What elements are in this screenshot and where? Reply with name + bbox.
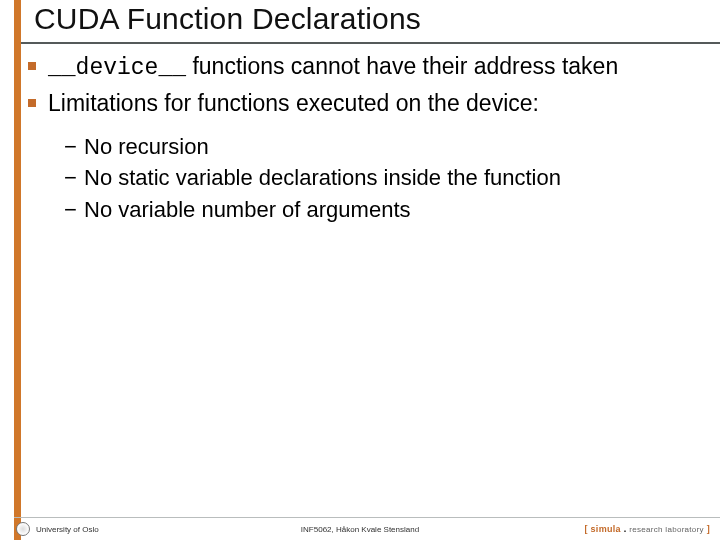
bullet-text: functions cannot have their address take… xyxy=(186,53,618,79)
sub-bullet-text: No variable number of arguments xyxy=(84,197,411,222)
slide-title: CUDA Function Declarations xyxy=(34,2,720,36)
sub-bullet-text: No static variable declarations inside t… xyxy=(84,165,561,190)
bullet-list: __device__ functions cannot have their a… xyxy=(24,52,690,118)
bullet-item: __device__ functions cannot have their a… xyxy=(24,52,690,83)
sub-bullet-list: No recursion No static variable declarat… xyxy=(24,132,690,225)
code-literal: __device__ xyxy=(48,55,186,81)
brand-separator: . xyxy=(621,524,629,534)
bracket-close: ] xyxy=(704,524,710,534)
slide-body: __device__ functions cannot have their a… xyxy=(0,44,720,225)
bullet-item: Limitations for functions executed on th… xyxy=(24,89,690,118)
sub-bullet-item: No recursion xyxy=(64,132,690,162)
footer-right-brand: [ simula . research laboratory ] xyxy=(584,524,710,534)
brand-name: simula xyxy=(591,524,621,534)
left-accent-bar xyxy=(14,0,21,540)
brand-rest: research laboratory xyxy=(629,525,704,534)
sub-bullet-item: No static variable declarations inside t… xyxy=(64,163,690,193)
sub-bullet-text: No recursion xyxy=(84,134,209,159)
sub-bullet-item: No variable number of arguments xyxy=(64,195,690,225)
slide: CUDA Function Declarations __device__ fu… xyxy=(0,0,720,540)
title-area: CUDA Function Declarations xyxy=(0,0,720,38)
bullet-text: Limitations for functions executed on th… xyxy=(48,90,539,116)
footer: University of Oslo INF5062, Håkon Kvale … xyxy=(0,518,720,540)
